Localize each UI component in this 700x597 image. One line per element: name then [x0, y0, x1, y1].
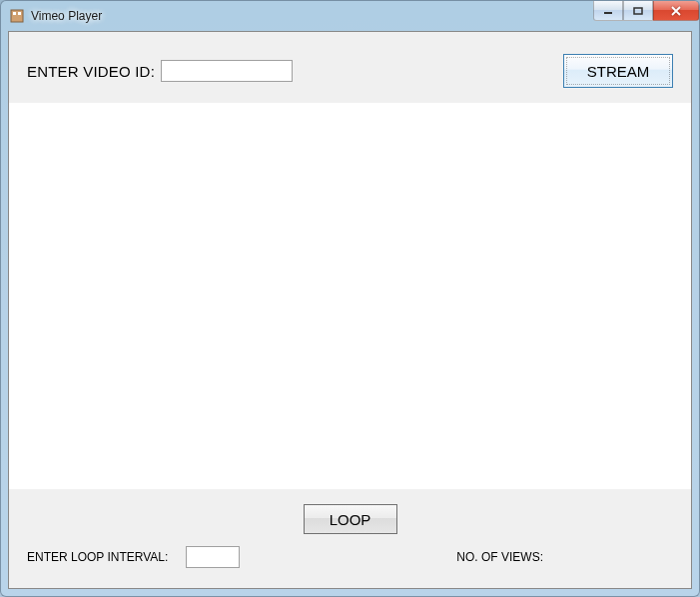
app-icon — [9, 8, 25, 24]
titlebar[interactable]: Vimeo Player — [1, 1, 699, 31]
maximize-button[interactable] — [623, 1, 653, 21]
video-id-label: ENTER VIDEO ID: — [27, 63, 155, 80]
svg-rect-3 — [604, 12, 612, 14]
loop-interval-label: ENTER LOOP INTERVAL: — [27, 550, 168, 564]
svg-rect-1 — [13, 12, 16, 15]
svg-rect-2 — [18, 12, 21, 15]
svg-rect-4 — [634, 8, 642, 14]
window-title: Vimeo Player — [31, 9, 102, 23]
client-area: ENTER VIDEO ID: STREAM LOOP ENTER LOOP I… — [8, 31, 692, 589]
bottom-row: ENTER LOOP INTERVAL: NO. OF VIEWS: — [9, 546, 691, 588]
caption-buttons — [593, 1, 699, 21]
stream-button[interactable]: STREAM — [563, 54, 673, 88]
svg-rect-0 — [11, 10, 23, 22]
close-button[interactable] — [653, 1, 699, 21]
minimize-button[interactable] — [593, 1, 623, 21]
loop-row: LOOP — [9, 490, 691, 546]
loop-interval-input[interactable] — [186, 546, 240, 568]
video-id-input[interactable] — [161, 60, 293, 82]
loop-button[interactable]: LOOP — [304, 504, 397, 534]
views-label: NO. OF VIEWS: — [456, 550, 543, 564]
top-row: ENTER VIDEO ID: STREAM — [9, 32, 691, 102]
window-frame: Vimeo Player ENTER VIDEO ID: STREAM LOOP — [0, 0, 700, 597]
video-panel — [9, 102, 691, 490]
